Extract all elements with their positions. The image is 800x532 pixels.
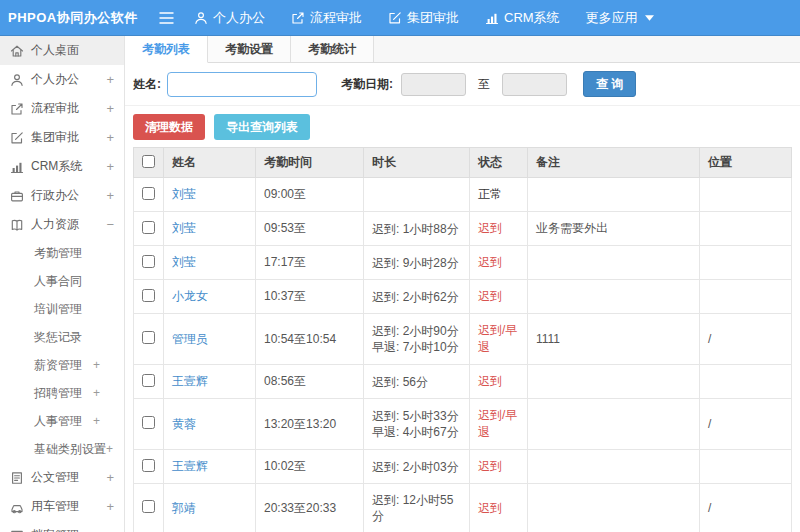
status-text: 迟到 [470, 246, 528, 280]
sidebar-item[interactable]: 流程审批 + [0, 94, 124, 123]
app-header: PHPOA协同办公软件 个人办公 流程审批 集团审批 CRM系统 更多应用 [0, 0, 800, 36]
table-row: 刘莹 09:00至 正常 [134, 178, 792, 212]
employee-name-link[interactable]: 王壹辉 [172, 374, 208, 388]
sidebar-item-label: 个人办公 [31, 71, 79, 88]
table-row: 王壹辉 08:56至 迟到: 56分 迟到 [134, 365, 792, 399]
expand-toggle-icon[interactable]: − [106, 217, 114, 232]
row-checkbox[interactable] [142, 416, 155, 429]
row-checkbox[interactable] [142, 500, 155, 513]
duration-cell: 迟到: 2小时90分早退: 7小时10分 [364, 314, 470, 365]
app-logo: PHPOA协同办公软件 [0, 9, 158, 27]
sidebar-item[interactable]: 档案管理 + [0, 521, 124, 532]
table-row: 刘莹 09:53至 迟到: 1小时88分 迟到 业务需要外出 [134, 212, 792, 246]
top-nav-item-label: 流程审批 [310, 9, 362, 27]
expand-toggle-icon[interactable]: + [106, 528, 114, 532]
top-nav-item[interactable]: 流程审批 [291, 9, 362, 27]
expand-toggle-icon[interactable]: + [106, 442, 113, 456]
employee-name-link[interactable]: 刘莹 [172, 221, 196, 235]
sidebar-subitem[interactable]: 奖惩记录 [0, 323, 124, 351]
sidebar-subitem[interactable]: 薪资管理 + [0, 351, 124, 379]
user-icon [194, 11, 208, 25]
expand-toggle-icon[interactable]: + [106, 72, 114, 87]
sidebar-item[interactable]: 个人办公 + [0, 65, 124, 94]
column-header-note: 备注 [528, 148, 700, 178]
sidebar-subitem[interactable]: 人事管理 + [0, 407, 124, 435]
table-header-row: 姓名 考勤时间 时长 状态 备注 位置 [134, 148, 792, 178]
note-text [528, 450, 700, 484]
sidebar-item[interactable]: 用车管理 + [0, 492, 124, 521]
note-text: 业务需要外出 [528, 212, 700, 246]
sidebar-item[interactable]: 集团审批 + [0, 123, 124, 152]
row-checkbox[interactable] [142, 255, 155, 268]
expand-toggle-icon[interactable]: + [106, 499, 114, 514]
expand-toggle-icon[interactable]: + [93, 414, 100, 428]
location-text: / [700, 314, 792, 365]
row-checkbox[interactable] [142, 289, 155, 302]
status-text: 迟到/早退 [470, 399, 528, 450]
location-text [700, 450, 792, 484]
employee-name-link[interactable]: 小龙女 [172, 289, 208, 303]
row-checkbox[interactable] [142, 459, 155, 472]
employee-name-link[interactable]: 黄蓉 [172, 417, 196, 431]
row-checkbox[interactable] [142, 374, 155, 387]
column-header-duration: 时长 [364, 148, 470, 178]
sidebar-subitem[interactable]: 考勤管理 [0, 239, 124, 267]
expand-toggle-icon[interactable]: + [93, 386, 100, 400]
expand-toggle-icon[interactable]: + [106, 101, 114, 116]
note-text [528, 399, 700, 450]
top-nav-item[interactable]: 集团审批 [388, 9, 459, 27]
search-form: 姓名: 考勤日期: 至 查 询 [125, 63, 800, 106]
to-label: 至 [478, 76, 490, 93]
tab-active[interactable]: 考勤列表 [125, 36, 208, 63]
sidebar-item[interactable]: 个人桌面 [0, 36, 124, 65]
sidebar-subitem[interactable]: 培训管理 [0, 295, 124, 323]
employee-name-link[interactable]: 郭靖 [172, 501, 196, 515]
duration-cell: 迟到: 2小时03分 [364, 450, 470, 484]
top-nav-item[interactable]: 个人办公 [194, 9, 265, 27]
select-all-checkbox[interactable] [142, 155, 155, 168]
menu-icon[interactable] [158, 11, 176, 25]
top-nav-item[interactable]: 更多应用 [586, 9, 654, 27]
table-row: 王壹辉 10:02至 迟到: 2小时03分 迟到 [134, 450, 792, 484]
doc-icon [10, 471, 24, 485]
expand-toggle-icon[interactable]: + [106, 188, 114, 203]
expand-toggle-icon[interactable]: + [106, 470, 114, 485]
sidebar-subitem[interactable]: 招聘管理 + [0, 379, 124, 407]
tab-item[interactable]: 考勤统计 [291, 36, 374, 62]
note-text: 1111 [528, 314, 700, 365]
name-search-input[interactable] [167, 72, 317, 97]
date-to-input[interactable] [502, 73, 567, 96]
share-icon [291, 11, 305, 25]
row-checkbox[interactable] [142, 331, 155, 344]
location-text [700, 246, 792, 280]
table-container: 姓名 考勤时间 时长 状态 备注 位置 刘莹 09:00至 正常 刘莹 09:5… [125, 147, 800, 532]
location-text [700, 365, 792, 399]
clean-data-button[interactable]: 清理数据 [133, 114, 205, 140]
employee-name-link[interactable]: 刘莹 [172, 187, 196, 201]
duration-cell: 迟到: 56分 [364, 365, 470, 399]
top-nav-item[interactable]: CRM系统 [485, 9, 560, 27]
employee-name-link[interactable]: 王壹辉 [172, 459, 208, 473]
top-nav-item-label: 集团审批 [407, 9, 459, 27]
sidebar-subitem[interactable]: 基础类别设置 + [0, 435, 124, 463]
query-button[interactable]: 查 询 [583, 71, 636, 97]
sidebar-item[interactable]: CRM系统 + [0, 152, 124, 181]
expand-toggle-icon[interactable]: + [106, 130, 114, 145]
sidebar: 个人桌面 个人办公 + 流程审批 + 集团审批 + CRM系统 + [0, 36, 125, 532]
sidebar-item[interactable]: 公文管理 + [0, 463, 124, 492]
sidebar-item[interactable]: 人力资源 − [0, 210, 124, 239]
export-list-button[interactable]: 导出查询列表 [214, 114, 310, 140]
employee-name-link[interactable]: 管理员 [172, 332, 208, 346]
row-checkbox[interactable] [142, 221, 155, 234]
home-icon [10, 44, 24, 58]
employee-name-link[interactable]: 刘莹 [172, 255, 196, 269]
tab-item[interactable]: 考勤设置 [208, 36, 291, 62]
date-from-input[interactable] [401, 73, 466, 96]
expand-toggle-icon[interactable]: + [93, 358, 100, 372]
sidebar-item[interactable]: 行政办公 + [0, 181, 124, 210]
row-checkbox[interactable] [142, 187, 155, 200]
expand-toggle-icon[interactable]: + [106, 159, 114, 174]
sidebar-subitem[interactable]: 人事合同 [0, 267, 124, 295]
duration-cell: 迟到: 9小时28分 [364, 246, 470, 280]
sidebar-item-label: 集团审批 [31, 129, 79, 146]
